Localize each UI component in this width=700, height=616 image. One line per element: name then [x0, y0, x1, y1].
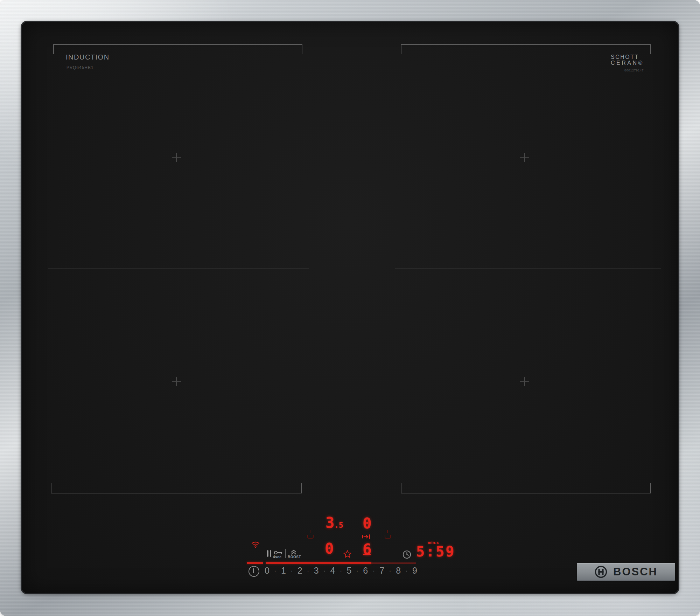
- slider-bar-active: [266, 562, 371, 564]
- power-level-key-8[interactable]: 8: [396, 566, 401, 576]
- induction-hob-photo: INDUCTION PVQ645HB1 SCHOTT CERAN® 800127…: [0, 0, 700, 616]
- level-separator-dot: ·: [340, 567, 342, 575]
- clock-icon[interactable]: [402, 550, 411, 559]
- zone-pairing-indicator-left: [307, 530, 313, 539]
- zone-outline-front-left: [51, 483, 302, 493]
- zone-divider-right: [395, 269, 661, 269]
- glass-maker-line1: SCHOTT: [611, 54, 644, 60]
- plus-icon: [172, 153, 181, 162]
- type-label: INDUCTION: [66, 53, 110, 61]
- control-divider: [285, 549, 286, 558]
- bosch-logo-icon: [594, 565, 608, 579]
- pause-icon[interactable]: [267, 550, 272, 557]
- selected-zone-underline: [363, 554, 371, 555]
- rear-left-power-decimal: .5: [334, 521, 343, 530]
- power-level-key-5[interactable]: 5: [346, 566, 351, 576]
- level-separator-dot: ·: [405, 567, 408, 575]
- power-level-key-3[interactable]: 3: [314, 566, 319, 576]
- level-separator-dot: ·: [372, 567, 375, 575]
- boost-label[interactable]: BOOST: [288, 555, 301, 559]
- move-zone-icon: [362, 534, 371, 539]
- ceramic-glass-surface: INDUCTION PVQ645HB1 SCHOTT CERAN® 800127…: [22, 22, 678, 593]
- glass-maker-line2: CERAN®: [611, 60, 644, 66]
- key-lock-icon[interactable]: [274, 550, 283, 555]
- power-level-key-2[interactable]: 2: [298, 566, 302, 576]
- front-left-power-readout: 0: [325, 541, 334, 556]
- power-level-row[interactable]: 0·1·2·3·4·5·6·7·8·9: [265, 564, 417, 577]
- rear-left-power-main: 3: [326, 514, 334, 531]
- zone-outline-front-right: [401, 483, 651, 493]
- plus-icon: [520, 153, 529, 162]
- power-level-key-7[interactable]: 7: [379, 566, 384, 576]
- favorite-star-icon[interactable]: [343, 549, 352, 559]
- level-separator-dot: ·: [356, 567, 359, 575]
- zone-outline-rear-right: [401, 44, 651, 54]
- rear-right-power-readout: 0: [363, 516, 371, 531]
- zone-outline-rear-left: [53, 44, 302, 54]
- power-level-key-1[interactable]: 1: [281, 566, 286, 576]
- level-separator-dot: ·: [290, 567, 293, 575]
- level-separator-dot: ·: [307, 567, 309, 575]
- plus-icon: [172, 377, 181, 386]
- zone-pairing-indicator-right: [384, 530, 391, 539]
- power-level-key-9[interactable]: 9: [412, 566, 417, 576]
- power-level-key-6[interactable]: 6: [363, 566, 368, 576]
- brand-badge: BOSCH: [577, 563, 675, 581]
- level-separator-dot: ·: [389, 567, 391, 575]
- power-level-key-4[interactable]: 4: [330, 566, 335, 576]
- power-level-key-0[interactable]: 0: [265, 566, 270, 576]
- power-button[interactable]: [248, 566, 259, 577]
- rear-left-power-readout: 3.5: [326, 515, 343, 530]
- serial-number: 8001279147: [624, 69, 644, 72]
- model-number: PVQ645HB1: [66, 65, 94, 70]
- timer-readout: 5:59: [416, 545, 455, 559]
- boost-chevrons-icon[interactable]: [290, 549, 297, 555]
- wifi-icon: [251, 540, 260, 548]
- zone-divider-left: [48, 269, 309, 269]
- plus-icon: [520, 377, 529, 386]
- slider-bar-inactive: [371, 562, 416, 564]
- brand-logo-text: BOSCH: [613, 566, 658, 578]
- key-lock-label: 4sec: [273, 555, 281, 559]
- level-separator-dot: ·: [274, 567, 276, 575]
- stainless-steel-frame: INDUCTION PVQ645HB1 SCHOTT CERAN® 800127…: [0, 0, 700, 616]
- glass-maker-logo: SCHOTT CERAN®: [611, 54, 644, 66]
- slider-bar-segment: [247, 562, 263, 564]
- level-separator-dot: ·: [323, 567, 326, 575]
